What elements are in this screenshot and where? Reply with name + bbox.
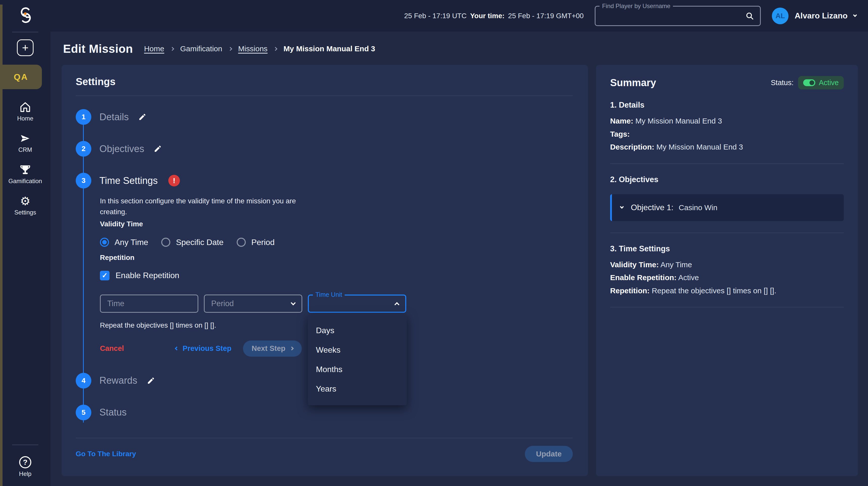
chevron-right-icon <box>170 47 174 51</box>
divider <box>76 438 573 438</box>
radio-specific-date[interactable]: Specific Date <box>161 238 223 247</box>
sidebar-item-help[interactable]: ? Help <box>19 456 31 478</box>
summary-card: Summary Status: Active 1. Details N <box>596 65 858 476</box>
step-head: 3 Time Settings ! <box>76 173 573 189</box>
search-icon[interactable] <box>745 11 754 20</box>
step-number: 1 <box>76 109 91 125</box>
name-value: My Mission Manual End 3 <box>636 117 722 125</box>
utc-time: 25 Feb - 17:19 UTC <box>404 12 467 20</box>
previous-step-button[interactable]: Previous Step <box>175 344 231 353</box>
validity-time-label: Validity Time <box>100 220 573 228</box>
summary-description-line: Description: My Mission Manual End 3 <box>610 142 844 152</box>
breadcrumb: Home Gamification Missions My Mission Ma… <box>144 45 375 53</box>
time-unit-select[interactable]: Time Unit <box>308 294 406 313</box>
radio-period[interactable]: Period <box>237 238 275 247</box>
brand-logo-icon[interactable] <box>16 5 35 25</box>
sidebar-item-gamification[interactable]: Gamification <box>8 164 42 184</box>
radio-label: Any Time <box>115 238 148 247</box>
dropdown-option-years[interactable]: Years <box>308 379 407 399</box>
step-time-settings: 3 Time Settings ! In this section config… <box>76 173 573 357</box>
name-label: Name: <box>610 117 633 125</box>
sidebar-item-crm[interactable]: CRM <box>19 133 32 153</box>
breadcrumb-missions[interactable]: Missions <box>238 45 268 53</box>
step-number: 5 <box>76 405 91 420</box>
repetition-label: Repetition <box>100 254 573 262</box>
cards-row: Settings 1 Details <box>62 65 858 476</box>
status-wrap: Status: Active <box>771 76 844 89</box>
avatar-initials: AL <box>776 12 785 20</box>
update-button[interactable]: Update <box>525 446 573 462</box>
edit-pencil-icon[interactable] <box>138 113 146 121</box>
step-label: Details <box>99 112 129 122</box>
sidebar: + QA Home CRM <box>0 0 51 486</box>
validity-label: Validity Time: <box>610 260 659 269</box>
sidebar-bottom: ? Help <box>0 437 51 486</box>
search-input[interactable] <box>601 11 745 20</box>
sidebar-item-label: Gamification <box>8 178 42 184</box>
chevron-left-icon <box>175 347 179 351</box>
breadcrumb-home[interactable]: Home <box>144 45 164 53</box>
sidebar-item-home[interactable]: Home <box>17 101 33 122</box>
your-time-label: Your time: <box>470 12 504 20</box>
objective-text: Objective 1: Casino Win <box>631 203 717 212</box>
summary-objectives-heading: 2. Objectives <box>610 175 844 184</box>
period-select[interactable]: Period <box>204 294 302 313</box>
step-label: Time Settings <box>99 175 158 186</box>
dropdown-option-months[interactable]: Months <box>308 360 407 379</box>
chevron-down-icon <box>853 13 857 17</box>
status-badge[interactable]: Active <box>798 76 844 89</box>
summary-header: Summary Status: Active <box>610 76 844 89</box>
chevron-down-icon <box>291 301 296 305</box>
previous-step-label: Previous Step <box>183 344 231 353</box>
page-content: Edit Mission Home Gamification Missions … <box>51 32 868 486</box>
validity-value: Any Time <box>660 260 692 269</box>
step-label: Rewards <box>99 375 137 386</box>
gear-icon: ⚙ <box>20 195 30 207</box>
enable-repetition-checkbox[interactable]: ✓ Enable Repetition <box>100 271 573 280</box>
divider <box>76 95 573 96</box>
cancel-button[interactable]: Cancel <box>100 344 124 353</box>
status-value: Active <box>819 79 839 87</box>
steps-list: 1 Details <box>76 109 573 438</box>
go-to-library-link[interactable]: Go To The Library <box>76 450 136 458</box>
sidebar-nav: Home CRM Gamification ⚙ Settings <box>8 101 42 216</box>
enable-label: Enable Repetition: <box>610 273 677 282</box>
summary-repetition-line: Repetition: Repeat the objectives [] tim… <box>610 286 844 295</box>
radio-label: Period <box>251 238 275 247</box>
step-label: Objectives <box>99 143 144 154</box>
send-icon <box>20 133 31 144</box>
objective-row[interactable]: Objective 1: Casino Win <box>610 194 844 221</box>
trophy-icon <box>20 164 31 176</box>
summary-tags-line: Tags: <box>610 129 844 139</box>
chevron-right-icon <box>290 347 294 351</box>
chevron-right-icon <box>228 47 232 51</box>
dropdown-option-weeks[interactable]: Weeks <box>308 340 407 360</box>
divider <box>610 164 844 164</box>
edit-pencil-icon[interactable] <box>154 145 162 153</box>
player-search-field[interactable]: Find Player by Username <box>595 6 761 26</box>
settings-card: Settings 1 Details <box>62 65 588 476</box>
add-button[interactable]: + <box>17 39 34 56</box>
check-icon: ✓ <box>102 271 107 280</box>
user-name: Alvaro Lizano <box>795 11 847 21</box>
user-menu[interactable]: AL Alvaro Lizano <box>772 7 857 24</box>
validity-time-radio-group: Any Time Specific Date Period <box>100 238 573 247</box>
page-title: Edit Mission <box>63 42 133 56</box>
dropdown-option-days[interactable]: Days <box>308 321 407 340</box>
step-number: 4 <box>76 373 91 389</box>
main-area: 25 Feb - 17:19 UTC Your time: 25 Feb - 1… <box>51 0 868 486</box>
summary-time-heading: 3. Time Settings <box>610 244 844 253</box>
next-step-button[interactable]: Next Step <box>243 341 302 357</box>
edit-pencil-icon[interactable] <box>147 377 155 385</box>
sidebar-divider <box>12 32 38 32</box>
time-input[interactable] <box>107 299 191 308</box>
search-field-label: Find Player by Username <box>599 2 673 9</box>
sidebar-item-label: Home <box>17 115 33 122</box>
radio-any-time[interactable]: Any Time <box>100 238 148 247</box>
status-label: Status: <box>771 79 794 87</box>
sidebar-item-settings[interactable]: ⚙ Settings <box>14 195 36 216</box>
environment-badge-label: QA <box>14 72 28 82</box>
tags-label: Tags: <box>610 130 630 138</box>
time-field[interactable] <box>100 294 198 313</box>
summary-title: Summary <box>610 77 656 88</box>
